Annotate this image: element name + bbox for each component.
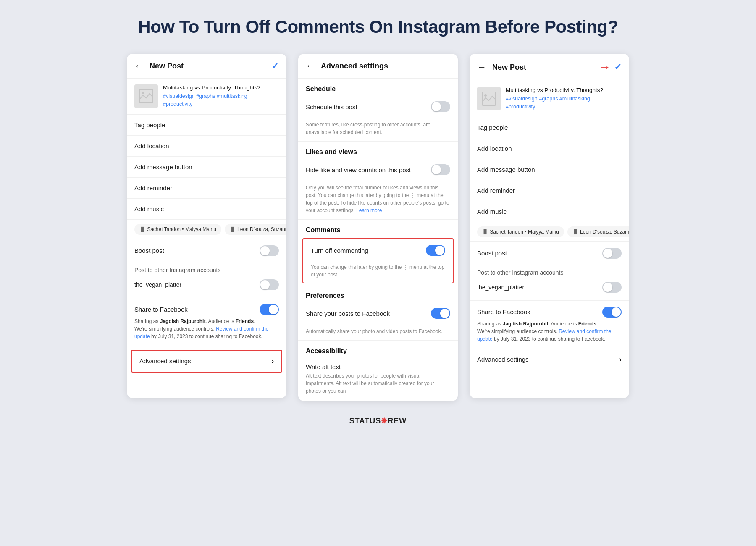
p3-post-text: Multitasking vs Productivity. Thoughts? … <box>506 87 622 111</box>
p3-boost-toggle[interactable] <box>602 248 622 259</box>
boost-post-row: Boost post <box>127 239 286 262</box>
music-chip-2[interactable]: ▐▌ Leon D'souza, Suzanne <box>225 224 286 235</box>
learn-more-link[interactable]: Learn more <box>356 207 382 213</box>
p3-check-icon[interactable]: ✓ <box>614 62 622 73</box>
p3-review-confirm-link[interactable]: Review and confirm the update <box>477 328 612 342</box>
likes-section-title: Likes and views <box>298 142 458 158</box>
p3-add-location-label: Add location <box>477 145 512 152</box>
schedule-toggle-label: Schedule this post <box>306 103 357 110</box>
tag-people-label: Tag people <box>134 121 165 129</box>
panels-row: ← New Post ✓ Multitasking vs Productivit… <box>25 54 731 401</box>
panel-new-post-before: ← New Post ✓ Multitasking vs Productivit… <box>127 54 286 398</box>
share-to-facebook-section: Share to Facebook Sharing as Jagdish Raj… <box>127 298 286 346</box>
account-name-1: the_vegan_platter <box>134 281 181 288</box>
music-chip-1[interactable]: ▐▌ Sachet Tandon • Maiyya Mainu <box>134 224 221 235</box>
add-message-button-item[interactable]: Add message button <box>127 157 286 178</box>
p3-share-fb-note: Sharing as Jagdish Rajpurohit. Audience … <box>477 320 622 343</box>
back-arrow-icon[interactable]: ← <box>134 60 144 71</box>
adv-back-arrow-icon[interactable]: ← <box>306 60 315 71</box>
boost-label: Boost post <box>134 247 164 254</box>
share-fb-adv-note: Automatically share your photo and video… <box>298 325 458 341</box>
p3-share-fb-toggle[interactable] <box>602 307 622 318</box>
p3-music-chip-1[interactable]: ▐▌ Sachet Tandon • Maiyya Mainu <box>477 226 564 237</box>
commenting-toggle-row: Turn off commenting <box>303 239 453 262</box>
panel1-header: ← New Post ✓ <box>127 54 286 79</box>
alt-text-row: Write alt text Alt text describes your p… <box>298 357 458 401</box>
panel-new-post-after: ← New Post → ✓ Multitasking vs Productiv… <box>470 54 629 398</box>
music-chip-label-2: Leon D'souza, Suzanne <box>237 226 286 232</box>
panel2-title: Advanced settings <box>321 62 450 71</box>
schedule-note: Some features, like cross-posting to oth… <box>298 118 458 142</box>
p3-music-chip-label-2: Leon D'souza, Suzann... <box>580 229 629 235</box>
add-message-label: Add message button <box>134 163 192 171</box>
p3-accounts-section: Post to other Instagram accounts the_veg… <box>470 265 629 301</box>
panel-advanced-settings: ← Advanced settings Schedule Schedule th… <box>298 54 458 401</box>
p3-add-music-item[interactable]: Add music <box>470 201 629 222</box>
p3-account-row-1: the_vegan_platter <box>477 278 622 296</box>
panel2-header: ← Advanced settings <box>298 54 458 79</box>
p3-share-to-facebook-section: Share to Facebook Sharing as Jagdish Raj… <box>470 301 629 349</box>
likes-toggle-label: Hide like and view counts on this post <box>306 166 411 173</box>
p3-bars-icon-1: ▐▌ <box>482 229 488 234</box>
add-reminder-label: Add reminder <box>134 184 172 192</box>
share-fb-row: Share to Facebook <box>134 304 279 315</box>
post-text: Multitasking vs Productivity. Thoughts? … <box>163 84 279 108</box>
p3-back-arrow-icon[interactable]: ← <box>477 62 486 73</box>
svg-rect-0 <box>139 89 153 103</box>
p3-advanced-settings-row[interactable]: Advanced settings › <box>470 349 629 370</box>
footer-brand: STATUS✸REW <box>349 416 407 425</box>
p3-add-reminder-label: Add reminder <box>477 187 515 194</box>
post-tags: #visualdesign #graphs #multitasking #pro… <box>163 92 279 108</box>
likes-toggle[interactable] <box>431 164 450 175</box>
chevron-right-icon: › <box>272 357 274 365</box>
turn-off-commenting-label: Turn off commenting <box>311 247 368 254</box>
p3-boost-label: Boost post <box>477 249 507 257</box>
p3-advanced-settings-label: Advanced settings <box>477 356 529 363</box>
p3-account-toggle-1[interactable] <box>602 282 622 293</box>
add-music-label: Add music <box>134 205 164 213</box>
schedule-toggle[interactable] <box>431 101 450 112</box>
bars-icon-2: ▐▌ <box>230 227 236 231</box>
svg-point-1 <box>142 92 144 94</box>
commenting-toggle[interactable] <box>426 245 445 256</box>
post-title: Multitasking vs Productivity. Thoughts? <box>163 84 279 91</box>
p3-add-reminder-item[interactable]: Add reminder <box>470 180 629 201</box>
account-row-1: the_vegan_platter <box>134 276 279 294</box>
share-fb-adv-toggle[interactable] <box>431 308 450 319</box>
panel1-title: New Post <box>150 62 271 71</box>
add-reminder-item[interactable]: Add reminder <box>127 178 286 199</box>
p3-post-thumbnail <box>477 87 501 110</box>
add-location-item[interactable]: Add location <box>127 136 286 157</box>
boost-toggle[interactable] <box>260 245 279 256</box>
likes-note: Only you will see the total number of li… <box>298 181 458 220</box>
review-confirm-link[interactable]: Review and confirm the update <box>134 326 269 339</box>
p3-add-music-label: Add music <box>477 208 507 215</box>
red-arrow-icon: → <box>599 60 611 74</box>
highlighted-comments-section: Turn off commenting You can change this … <box>302 238 454 284</box>
alt-text-note: Alt text describes your photos for peopl… <box>306 372 450 395</box>
tag-people-item[interactable]: Tag people <box>127 115 286 136</box>
svg-point-3 <box>484 94 487 97</box>
svg-rect-2 <box>482 92 496 105</box>
account-toggle-1[interactable] <box>260 279 279 290</box>
comments-section-title: Comments <box>298 220 458 236</box>
panel3-header: ← New Post → ✓ <box>470 54 629 81</box>
share-fb-toggle[interactable] <box>260 304 279 315</box>
post-preview: Multitasking vs Productivity. Thoughts? … <box>127 79 286 115</box>
p3-music-chip-label-1: Sachet Tandon • Maiyya Mainu <box>490 229 559 235</box>
bars-icon-1: ▐▌ <box>139 227 145 231</box>
schedule-toggle-row: Schedule this post <box>298 95 458 118</box>
p3-share-fb-row: Share to Facebook <box>477 307 622 318</box>
post-thumbnail <box>134 84 158 108</box>
add-music-item[interactable]: Add music <box>127 199 286 220</box>
p3-add-location-item[interactable]: Add location <box>470 138 629 159</box>
p3-tag-people-item[interactable]: Tag people <box>470 117 629 138</box>
p3-add-message-item[interactable]: Add message button <box>470 159 629 180</box>
check-icon[interactable]: ✓ <box>271 60 279 71</box>
page-title: How To Turn Off Comments On Instagram Be… <box>138 17 618 37</box>
advanced-settings-highlighted-row[interactable]: Advanced settings › <box>131 350 282 373</box>
accounts-section: Post to other Instagram accounts the_veg… <box>127 262 286 298</box>
p3-music-chip-2[interactable]: ▐▌ Leon D'souza, Suzann... <box>567 226 629 237</box>
p3-post-preview: Multitasking vs Productivity. Thoughts? … <box>470 81 629 117</box>
accounts-section-title: Post to other Instagram accounts <box>134 267 279 273</box>
